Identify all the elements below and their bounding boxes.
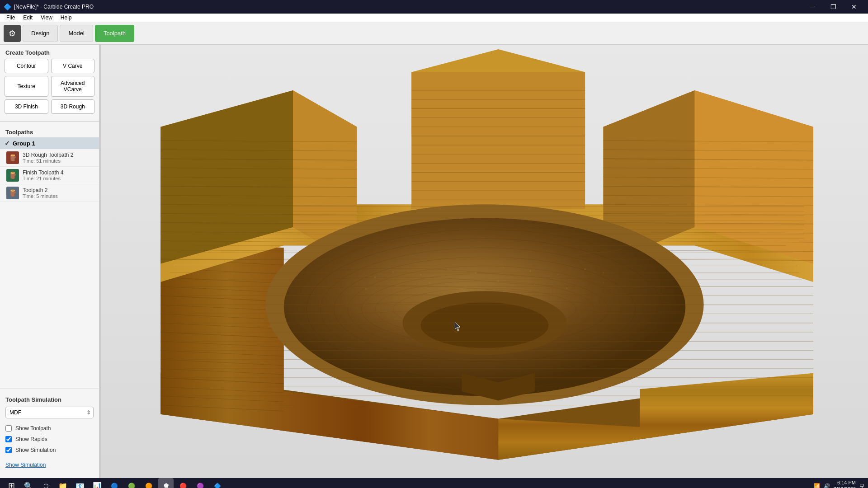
svg-point-75 xyxy=(584,268,586,270)
advanced-vcarve-button[interactable]: Advanced VCarve xyxy=(51,76,95,97)
show-simulation-row[interactable]: Show Simulation xyxy=(5,445,94,455)
svg-point-67 xyxy=(374,277,376,278)
show-rapids-checkbox[interactable] xyxy=(5,436,12,442)
contour-button[interactable]: Contour xyxy=(5,59,48,73)
toolpath-name-2: Finish Toolpath 4 xyxy=(23,169,64,176)
toolpath-icon-1: 🪵 xyxy=(6,151,19,164)
group-1-item[interactable]: ✓ Group 1 xyxy=(0,137,99,149)
top-toolbar: ⚙ Design Model Toolpath xyxy=(0,22,868,45)
toolpath-name-1: 3D Rough Toolpath 2 xyxy=(23,152,74,158)
start-button[interactable]: ⊞ xyxy=(4,478,19,488)
toolpaths-title: Toolpaths xyxy=(0,125,99,137)
svg-point-78 xyxy=(397,285,399,286)
show-rapids-label[interactable]: Show Rapids xyxy=(15,436,47,442)
toolpath-item-1[interactable]: 🪵 3D Rough Toolpath 2 Time: 51 minutes xyxy=(0,149,99,167)
model-tab[interactable]: Model xyxy=(60,25,93,42)
svg-point-68 xyxy=(393,271,394,272)
title-bar: 🔷 [NewFile]* - Carbide Create PRO ─ ❐ ✕ xyxy=(0,0,868,14)
svg-point-77 xyxy=(365,288,367,290)
taskbar: ⊞ 🔍 ⬡ 📁 📧 📊 🔵 🟢 🟠 ⬟ 🔴 🟣 🔷 📶 🔊 6:14 PM 7/… xyxy=(0,478,868,488)
taskbar-chrome[interactable]: 🔴 xyxy=(175,478,191,488)
clock-date: 7/12/2020 xyxy=(834,486,856,488)
svg-point-83 xyxy=(566,287,568,289)
material-select-wrapper: MDF Wood Aluminum Brass Foam ⇕ xyxy=(5,407,94,418)
toolpath-info-1: 3D Rough Toolpath 2 Time: 51 minutes xyxy=(23,152,74,164)
3d-finish-button[interactable]: 3D Finish xyxy=(5,99,48,114)
taskbar-tray: 📶 🔊 6:14 PM 7/12/2020 🗨 xyxy=(814,479,864,488)
taskbar-carbide[interactable]: ⬟ xyxy=(158,478,174,488)
clock-time: 6:14 PM xyxy=(834,479,856,486)
toolpath-icon-3: 🪵 xyxy=(6,187,19,199)
toolpath-time-2: Time: 21 minutes xyxy=(23,176,64,181)
show-simulation-button[interactable]: Show Simulation xyxy=(5,460,94,470)
sidebar: Create Toolpath Contour V Carve Texture … xyxy=(0,45,99,478)
show-toolpath-label[interactable]: Show Toolpath xyxy=(15,425,51,432)
divider-2 xyxy=(0,389,99,389)
svg-point-79 xyxy=(429,282,431,284)
group-label: Group 1 xyxy=(13,140,35,147)
toolpath-name-3: Toolpath 2 xyxy=(23,187,58,193)
taskbar-app5[interactable]: 🔷 xyxy=(210,478,225,488)
back-pillar-front xyxy=(411,72,585,209)
svg-point-69 xyxy=(420,274,422,276)
window-controls: ─ ❐ ✕ xyxy=(802,0,864,14)
taskbar-app2[interactable]: 🟢 xyxy=(124,478,139,488)
window-title: [NewFile]* - Carbide Create PRO xyxy=(14,4,94,10)
show-toolpath-row[interactable]: Show Toolpath xyxy=(5,423,94,434)
vcarve-button[interactable]: V Carve xyxy=(51,59,95,73)
app-icon: 🔷 xyxy=(4,3,11,10)
taskbar-clock[interactable]: 6:14 PM 7/12/2020 xyxy=(834,479,856,488)
notification-icon[interactable]: 🗨 xyxy=(859,483,864,488)
svg-point-82 xyxy=(534,284,536,285)
show-simulation-checkbox[interactable] xyxy=(5,447,12,453)
close-button[interactable]: ✕ xyxy=(844,0,864,14)
svg-point-74 xyxy=(557,274,558,275)
toolpath-item-3[interactable]: 🪵 Toolpath 2 Time: 5 minutes xyxy=(0,184,99,202)
taskbar-app4[interactable]: 🟣 xyxy=(193,478,208,488)
toolpath-item-2[interactable]: 🪵 Finish Toolpath 4 Time: 21 minutes xyxy=(0,167,99,184)
viewport xyxy=(101,45,868,478)
divider-1 xyxy=(0,121,99,122)
show-toolpath-checkbox[interactable] xyxy=(5,425,12,432)
taskbar-excel[interactable]: 📊 xyxy=(90,478,105,488)
simulation-section: Toolpath Simulation MDF Wood Aluminum Br… xyxy=(0,393,99,474)
svg-point-81 xyxy=(497,280,499,282)
toolpath-icon-2: 🪵 xyxy=(6,169,19,182)
design-tab[interactable]: Design xyxy=(23,25,58,42)
taskbar-mail[interactable]: 📧 xyxy=(72,478,88,488)
toolpath-time-1: Time: 51 minutes xyxy=(23,158,74,164)
menu-edit[interactable]: Edit xyxy=(19,14,36,22)
create-toolpath-grid: Contour V Carve Texture Advanced VCarve … xyxy=(0,59,99,117)
simulation-title: Toolpath Simulation xyxy=(5,396,94,403)
volume-icon: 🔊 xyxy=(824,483,830,488)
toolpath-info-3: Toolpath 2 Time: 5 minutes xyxy=(23,187,58,199)
svg-point-73 xyxy=(529,270,531,272)
viewport-svg xyxy=(101,45,868,478)
taskbar-app1[interactable]: 🔵 xyxy=(107,478,122,488)
taskbar-search[interactable]: 🔍 xyxy=(21,478,36,488)
taskbar-app3[interactable]: 🟠 xyxy=(141,478,156,488)
toolpath-info-2: Finish Toolpath 4 Time: 21 minutes xyxy=(23,169,64,181)
taskbar-taskview[interactable]: ⬡ xyxy=(38,478,53,488)
menu-help[interactable]: Help xyxy=(57,14,75,22)
menu-view[interactable]: View xyxy=(37,14,56,22)
svg-point-72 xyxy=(502,267,504,268)
gear-icon: ⚙ xyxy=(9,28,16,38)
texture-button[interactable]: Texture xyxy=(5,76,48,97)
create-toolpath-title: Create Toolpath xyxy=(0,45,99,59)
minimize-button[interactable]: ─ xyxy=(802,0,823,14)
wifi-icon: 📶 xyxy=(814,483,820,488)
material-select[interactable]: MDF Wood Aluminum Brass Foam xyxy=(5,407,94,418)
3d-rough-button[interactable]: 3D Rough xyxy=(51,99,95,114)
restore-button[interactable]: ❐ xyxy=(823,0,844,14)
toolpath-tab[interactable]: Toolpath xyxy=(95,25,134,42)
show-rapids-row[interactable]: Show Rapids xyxy=(5,434,94,445)
menu-bar: File Edit View Help xyxy=(0,14,868,22)
group-check-icon: ✓ xyxy=(5,140,10,147)
menu-file[interactable]: File xyxy=(3,14,19,22)
taskbar-explorer[interactable]: 📁 xyxy=(55,478,71,488)
settings-gear[interactable]: ⚙ xyxy=(4,25,21,42)
show-simulation-label[interactable]: Show Simulation xyxy=(15,447,56,453)
svg-point-84 xyxy=(603,282,604,283)
toolpath-time-3: Time: 5 minutes xyxy=(23,193,58,199)
